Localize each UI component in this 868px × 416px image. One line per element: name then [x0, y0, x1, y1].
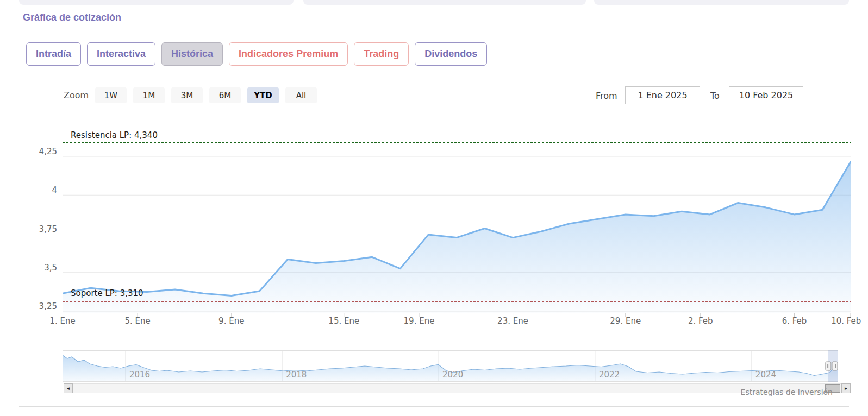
- x-axis-label: 15. Ene: [328, 316, 359, 326]
- x-axis-label: 29. Ene: [610, 316, 641, 326]
- tab-dividendos[interactable]: Dividendos: [415, 42, 487, 66]
- tab-intradía[interactable]: Intradía: [26, 42, 81, 66]
- y-axis-label: 4,25: [19, 147, 57, 156]
- zoom-ytd[interactable]: YTD: [247, 87, 279, 103]
- tab-indicadores-premium[interactable]: Indicadores Premium: [229, 42, 348, 66]
- zoom-3m[interactable]: 3M: [171, 87, 203, 103]
- zoom-1w[interactable]: 1W: [95, 87, 127, 103]
- scroll-left-arrow-icon[interactable]: ◄: [64, 383, 73, 393]
- navigator-year-label: 2016: [129, 370, 150, 380]
- top-card-fragment: [594, 0, 849, 5]
- card-bottom-border: [19, 406, 849, 407]
- y-axis-label: 3,75: [19, 225, 57, 234]
- navigator-handle-right[interactable]: [832, 362, 838, 370]
- x-axis-label: 1. Ene: [49, 316, 75, 326]
- zoom-all[interactable]: All: [285, 87, 317, 103]
- y-axis-label: 4: [19, 186, 57, 195]
- to-label: To: [710, 91, 720, 101]
- navigator-year-label: 2024: [755, 370, 776, 380]
- to-date-input[interactable]: [729, 86, 803, 104]
- x-axis-label: 6. Feb: [782, 316, 807, 326]
- tab-trading[interactable]: Trading: [354, 42, 409, 66]
- zoom-buttons: 1W1M3M6MYTDAll: [95, 87, 317, 103]
- x-axis-label: 19. Ene: [404, 316, 435, 326]
- zoom-label: Zoom: [64, 90, 89, 100]
- y-axis-label: 3,5: [19, 263, 57, 273]
- top-card-fragment: [303, 0, 586, 5]
- navigator-year-label: 2020: [442, 370, 463, 380]
- title-divider: [19, 26, 849, 26]
- from-date-input[interactable]: [625, 86, 700, 104]
- quote-chart-page: Gráfica de cotización IntradíaInteractiv…: [0, 0, 868, 416]
- tab-interactiva[interactable]: Interactiva: [87, 42, 155, 66]
- navigator-year-label: 2018: [286, 370, 307, 380]
- x-axis-label: 2. Feb: [688, 316, 713, 326]
- navigator-year-label: 2022: [599, 370, 620, 380]
- navigator-handle-left[interactable]: [826, 362, 831, 370]
- price-area-chart[interactable]: [63, 116, 851, 318]
- tab-histórica[interactable]: Histórica: [161, 42, 223, 66]
- x-axis-label: 9. Ene: [218, 316, 244, 326]
- y-axis-label: 3,25: [19, 302, 57, 311]
- chart-tabs: IntradíaInteractivaHistóricaIndicadores …: [26, 42, 487, 66]
- top-card-fragment: [19, 0, 294, 5]
- support-line-label: Soporte LP: 3,310: [71, 288, 143, 298]
- scroll-right-arrow-icon[interactable]: ►: [841, 383, 851, 393]
- page-title: Gráfica de cotización: [23, 12, 121, 23]
- from-label: From: [596, 91, 617, 101]
- zoom-6m[interactable]: 6M: [209, 87, 241, 103]
- watermark: Estrategias de Inversión: [669, 388, 833, 396]
- x-axis-label: 5. Ene: [124, 316, 150, 326]
- resistance-line-label: Resistencia LP: 4,340: [71, 130, 158, 140]
- zoom-1m[interactable]: 1M: [133, 87, 165, 103]
- x-axis-label: 10. Feb: [831, 316, 861, 326]
- x-axis-label: 23. Ene: [497, 316, 528, 326]
